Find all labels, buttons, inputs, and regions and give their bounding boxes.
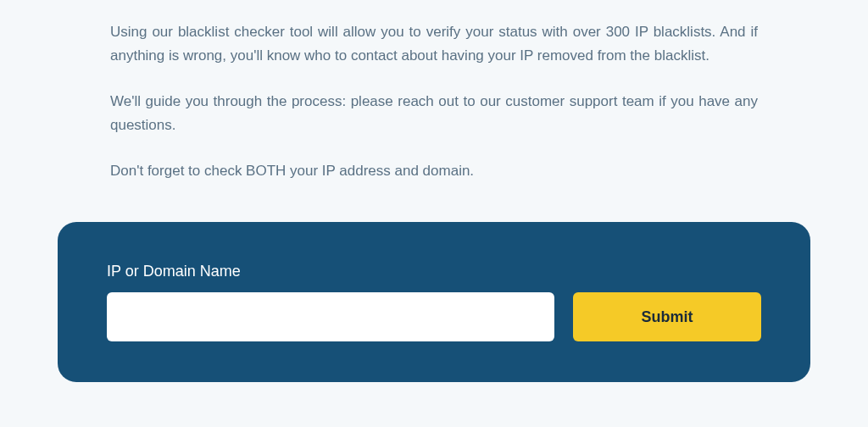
form-row: Submit: [107, 292, 761, 341]
submit-button[interactable]: Submit: [573, 292, 761, 341]
content-section: Using our blacklist checker tool will al…: [0, 0, 868, 183]
checker-form-panel: IP or Domain Name Submit: [58, 222, 810, 382]
intro-paragraph-3: Don't forget to check BOTH your IP addre…: [110, 159, 758, 183]
intro-paragraph-2: We'll guide you through the process: ple…: [110, 90, 758, 137]
ip-domain-label: IP or Domain Name: [107, 263, 761, 280]
intro-paragraph-1: Using our blacklist checker tool will al…: [110, 20, 758, 68]
ip-domain-input[interactable]: [107, 292, 554, 341]
